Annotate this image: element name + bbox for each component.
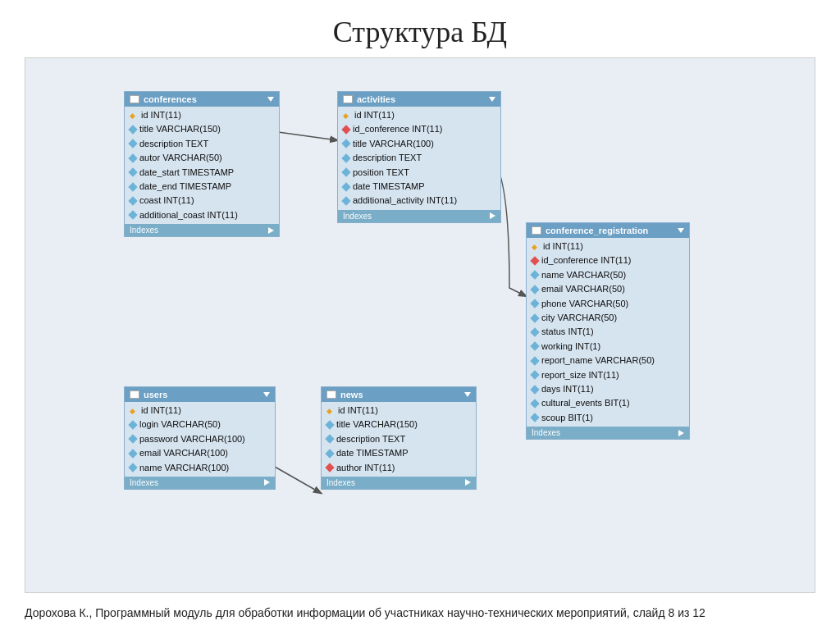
table-users: users ◆id INT(11) login VARCHAR(50) pass…	[124, 386, 276, 490]
field-row: phone VARCHAR(50)	[527, 297, 689, 311]
key-icon: ◆	[326, 407, 335, 415]
footer-arrow-icon	[268, 227, 274, 234]
diamond-icon	[341, 153, 350, 162]
table-users-footer[interactable]: Indexes	[125, 477, 275, 489]
table-news-name: news	[340, 390, 363, 399]
field-text: date_start TIMESTAMP	[139, 167, 234, 179]
field-text: password VARCHAR(100)	[139, 433, 245, 445]
field-text: name VARCHAR(50)	[541, 269, 626, 281]
footer-text: Дорохова К., Программный модуль для обра…	[0, 593, 840, 630]
field-row: days INT(11)	[527, 382, 689, 396]
table-news-footer[interactable]: Indexes	[322, 477, 476, 489]
dropdown-arrow-icon[interactable]	[678, 228, 684, 233]
table-conferences-header[interactable]: conferences	[125, 92, 279, 107]
field-text: date TIMESTAMP	[353, 180, 425, 193]
field-text: position TEXT	[353, 167, 409, 179]
field-row: coast INT(11)	[125, 194, 279, 208]
table-activities-header[interactable]: activities	[338, 92, 500, 107]
field-text: coast INT(11)	[139, 194, 194, 207]
field-text: title VARCHAR(150)	[336, 418, 418, 431]
diamond-red-icon	[530, 256, 539, 265]
field-text: phone VARCHAR(50)	[541, 298, 628, 310]
diamond-icon	[128, 139, 137, 148]
diamond-icon	[128, 211, 137, 220]
diamond-icon	[530, 285, 539, 294]
field-row: report_size INT(11)	[527, 368, 689, 382]
dropdown-arrow-icon[interactable]	[263, 392, 270, 397]
field-text: name VARCHAR(100)	[139, 462, 229, 474]
field-text: id INT(11)	[354, 109, 395, 121]
diamond-icon	[530, 371, 539, 380]
diamond-icon	[530, 271, 539, 280]
field-row: title VARCHAR(100)	[338, 137, 500, 151]
table-conference-registration-body: ◆id INT(11) id_conference INT(11) name V…	[527, 238, 689, 427]
key-icon: ◆	[532, 243, 540, 251]
diamond-icon	[128, 182, 137, 191]
diamond-icon	[325, 420, 334, 429]
footer-arrow-icon	[490, 212, 495, 219]
table-conference-registration-header[interactable]: conference_registration	[527, 223, 689, 238]
table-icon	[130, 390, 139, 399]
field-row: scoup BIT(1)	[527, 411, 689, 425]
field-row: description TEXT	[338, 151, 500, 165]
table-conference-registration-footer[interactable]: Indexes	[527, 427, 689, 439]
dropdown-arrow-icon[interactable]	[267, 97, 274, 102]
field-row: id_conference INT(11)	[527, 253, 689, 267]
field-row: autor VARCHAR(50)	[125, 151, 279, 165]
field-text: id_conference INT(11)	[353, 123, 442, 135]
diamond-icon	[128, 153, 137, 162]
diamond-icon	[530, 299, 539, 308]
table-news-header[interactable]: news	[322, 387, 476, 402]
diamond-icon	[530, 413, 539, 422]
field-row: date TIMESTAMP	[322, 446, 476, 460]
diamond-icon	[128, 435, 137, 444]
field-row: additional_activity INT(11)	[338, 194, 500, 208]
field-row: ◆id INT(11)	[125, 108, 279, 122]
field-text: report_name VARCHAR(50)	[541, 354, 655, 367]
svg-line-0	[278, 132, 337, 140]
diamond-red-icon	[325, 463, 334, 472]
field-text: email VARCHAR(50)	[541, 283, 625, 295]
table-activities-name: activities	[357, 94, 395, 104]
diamond-icon	[530, 399, 539, 408]
dropdown-arrow-icon[interactable]	[489, 97, 495, 102]
field-row: ◆id INT(11)	[527, 240, 689, 253]
diamond-icon	[341, 139, 350, 148]
diamond-icon	[325, 449, 334, 458]
page-container: Структура БД conferences ◆id	[0, 0, 840, 630]
field-row: author INT(11)	[322, 461, 476, 475]
field-row: name VARCHAR(50)	[527, 268, 689, 282]
field-text: days INT(11)	[541, 383, 594, 395]
field-row: title VARCHAR(150)	[125, 122, 279, 136]
diamond-icon	[128, 420, 137, 429]
table-users-header[interactable]: users	[125, 387, 275, 402]
dropdown-arrow-icon[interactable]	[464, 392, 471, 397]
field-row: position TEXT	[338, 166, 500, 180]
field-text: title VARCHAR(100)	[353, 138, 434, 150]
field-row: title VARCHAR(150)	[322, 418, 476, 431]
field-row: description TEXT	[125, 137, 279, 151]
diamond-icon	[530, 327, 539, 336]
field-row: ◆id INT(11)	[125, 404, 275, 418]
field-text: date TIMESTAMP	[336, 447, 409, 459]
field-text: author INT(11)	[336, 462, 395, 474]
table-news: news ◆id INT(11) title VARCHAR(150) desc…	[321, 386, 477, 490]
field-row: ◆id INT(11)	[322, 404, 476, 418]
table-conference-registration-name: conference_registration	[546, 226, 648, 235]
field-row: additional_coast INT(11)	[125, 208, 279, 222]
field-text: description TEXT	[353, 152, 422, 164]
diamond-icon	[128, 168, 137, 177]
diamond-icon	[530, 356, 539, 365]
table-users-name: users	[144, 390, 167, 399]
key-icon: ◆	[130, 407, 138, 415]
table-activities-body: ◆id INT(11) id_conference INT(11) title …	[338, 107, 500, 210]
field-text: email VARCHAR(100)	[139, 447, 228, 459]
field-row: date TIMESTAMP	[338, 180, 500, 194]
table-activities-footer[interactable]: Indexes	[338, 210, 500, 222]
table-icon	[130, 95, 139, 103]
diamond-icon	[128, 125, 137, 134]
table-news-body: ◆id INT(11) title VARCHAR(150) descripti…	[322, 402, 476, 477]
diamond-icon	[530, 313, 539, 322]
diamond-red-icon	[341, 125, 350, 134]
table-conferences-footer[interactable]: Indexes	[125, 224, 279, 236]
